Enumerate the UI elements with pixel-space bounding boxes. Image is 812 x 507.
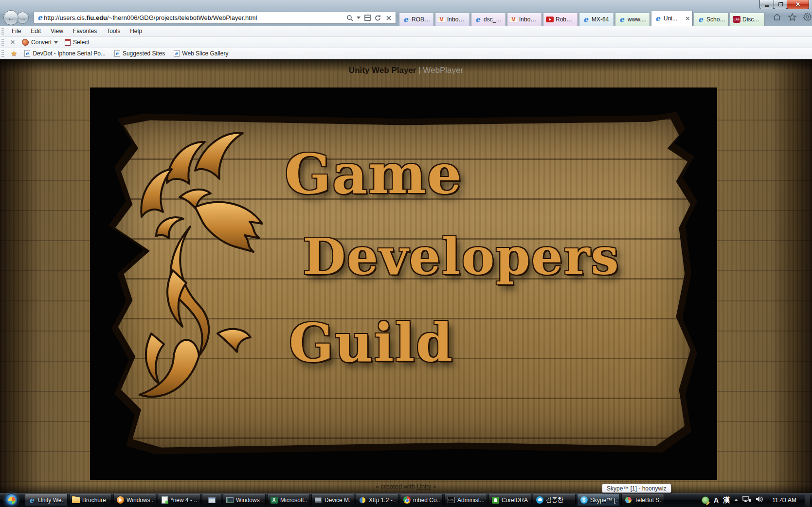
start-button[interactable] — [5, 493, 18, 507]
toolbar-grip — [1, 39, 4, 46]
refresh-icon[interactable] — [374, 14, 382, 22]
show-desktop-button[interactable] — [805, 493, 810, 507]
taskbar-item-windows-media[interactable]: Windows ... — [113, 494, 156, 506]
tab-strip: eROBO... MInbox (... edsc_pe... MInbox (… — [399, 10, 766, 26]
ie-favicon: e — [697, 16, 704, 23]
taskbar-item-xftp[interactable]: Xftp 1.2 - ... — [356, 494, 398, 506]
device-manager-icon — [314, 496, 322, 504]
tab-dsc-pe[interactable]: edsc_pe... — [471, 13, 506, 26]
taskbar-item-microsoft-excel[interactable]: XMicrosoft... — [267, 494, 310, 506]
ie-page-icon — [24, 50, 30, 57]
tab-robot[interactable]: Robot ... — [543, 13, 578, 26]
ie-favicon: e — [474, 16, 482, 23]
taskbar-item-kakaotalk[interactable]: 김종찬 — [533, 494, 576, 506]
maximize-button[interactable] — [774, 0, 787, 9]
taskbar-item-administrator-cmd[interactable]: C:\Administ... — [444, 494, 487, 506]
close-x-icon: ✕ — [10, 39, 15, 46]
sign-text-developers: Developers — [259, 227, 663, 286]
toolbar-grip — [1, 50, 4, 57]
tab-close-icon[interactable]: ✕ — [686, 16, 690, 22]
taskbar-item-telebot[interactable]: TeleBot S... — [621, 494, 664, 506]
tab-inbox-1[interactable]: MInbox (... — [435, 13, 470, 26]
settings-gear-icon[interactable] — [803, 13, 812, 23]
taskbar-item-coreldraw[interactable]: CorelDRA... — [488, 494, 531, 506]
window-icon — [208, 496, 216, 504]
tab-discov[interactable]: LABDiscov... — [730, 13, 765, 26]
ime-language-icon[interactable] — [702, 496, 709, 504]
ie-page-icon: e — [36, 14, 44, 22]
taskbar-item-skype[interactable]: SSkype™ [... — [577, 494, 620, 506]
menu-file[interactable]: File — [7, 26, 26, 36]
convert-button[interactable]: Convert — [18, 38, 61, 47]
ie-favicon: e — [618, 16, 626, 23]
photo-viewer-icon — [226, 496, 234, 504]
taskbar-item-brochure[interactable]: Brochure — [69, 494, 112, 506]
command-prompt-icon: C:\ — [447, 496, 455, 504]
ie-favicon: e — [654, 15, 662, 22]
tab-inbox-2[interactable]: MInbox (... — [507, 13, 542, 26]
excel-icon: X — [270, 496, 278, 504]
back-button[interactable]: ← — [3, 10, 18, 25]
telebot-icon — [624, 496, 632, 504]
minimize-button[interactable] — [759, 0, 774, 9]
favorites-star-icon[interactable] — [788, 13, 796, 23]
unity-player-area[interactable]: Game Developers Guild — [90, 87, 717, 480]
gmail-icon: M — [438, 17, 445, 22]
compatibility-view-icon[interactable] — [363, 14, 371, 22]
toolbar-close-button[interactable]: ✕ — [7, 38, 18, 47]
tab-www[interactable]: ewww.... — [615, 13, 650, 26]
menu-tools[interactable]: Tools — [102, 26, 125, 36]
browser-action-icons — [773, 13, 812, 23]
favorite-devdot[interactable]: DevDot - Iphone Serial Po... — [20, 49, 109, 58]
volume-icon[interactable] — [756, 496, 764, 505]
address-bar[interactable]: e http://users.cis.fiu.edu/~fhern006/GDG… — [34, 12, 396, 24]
taskbar-item-unity-webplayer[interactable]: eUnity We... — [25, 494, 68, 506]
created-with-unity-text: « created with Unity » — [0, 483, 812, 490]
menu-favorites[interactable]: Favorites — [68, 26, 102, 36]
show-hidden-icons-chevron[interactable] — [734, 499, 738, 501]
media-player-icon — [116, 496, 124, 504]
unity-link[interactable]: Unity — [417, 483, 432, 490]
clock[interactable]: 11:43 AM — [768, 497, 800, 504]
desktop-screen: ✕ ← → e http://users.cis.fiu.edu/~fhern0… — [0, 0, 812, 507]
close-button[interactable]: ✕ — [787, 0, 809, 9]
tab-mx64[interactable]: eMX-64 — [579, 13, 614, 26]
add-favorite-star-icon[interactable]: ★ — [11, 49, 17, 58]
ie-page-icon — [174, 50, 180, 57]
taskbar-item-new4-editor[interactable]: *new 4 - ... — [158, 494, 200, 506]
xftp-icon — [359, 496, 366, 504]
skype-tooltip: Skype™ [1] - hoonywiz — [602, 484, 671, 493]
taskbar: eUnity We... Brochure Windows ... *new 4… — [0, 493, 812, 507]
menu-help[interactable]: Help — [125, 26, 147, 36]
select-button[interactable]: Select — [61, 38, 92, 47]
convert-icon — [22, 39, 29, 46]
select-icon — [65, 39, 71, 46]
taskbar-item-mbed-chrome[interactable]: mbed Co... — [400, 494, 443, 506]
ie-icon: e — [28, 496, 36, 504]
tab-robo[interactable]: eROBO... — [399, 13, 434, 26]
network-icon[interactable] — [742, 495, 751, 505]
url-text[interactable]: http://users.cis.fiu.edu/~fhern006/GDG/p… — [44, 14, 345, 21]
system-tray: A 漢 11:43 AM — [702, 493, 812, 507]
command-bar: ✕ Convert Select — [0, 37, 812, 48]
search-dropdown-icon[interactable] — [357, 17, 361, 19]
back-arrow-icon: ← — [7, 14, 15, 22]
search-icon[interactable] — [346, 14, 354, 22]
favorite-web-slice-gallery[interactable]: Web Slice Gallery — [169, 49, 233, 58]
ime-hanja-icon[interactable]: 漢 — [723, 496, 730, 505]
ime-english-icon[interactable]: A — [714, 496, 719, 504]
taskbar-item-windows-photo[interactable]: Windows ... — [223, 494, 266, 506]
taskbar-item-device-manager[interactable]: Device M... — [311, 494, 354, 506]
home-icon[interactable] — [773, 13, 781, 23]
stop-icon[interactable] — [385, 14, 393, 22]
navigation-bar: ← → e http://users.cis.fiu.edu/~fhern006… — [0, 10, 812, 26]
sign-text-game: Game — [259, 142, 488, 206]
chrome-icon — [403, 496, 411, 504]
taskbar-item-window[interactable] — [202, 494, 221, 506]
tab-school[interactable]: eSchool... — [694, 13, 729, 26]
ie-favicon: e — [402, 16, 410, 23]
menu-view[interactable]: View — [46, 26, 68, 36]
tab-unity-active[interactable]: eUni...✕ — [651, 11, 693, 26]
favorite-suggested-sites[interactable]: Suggested Sites — [110, 49, 169, 58]
menu-edit[interactable]: Edit — [26, 26, 46, 36]
